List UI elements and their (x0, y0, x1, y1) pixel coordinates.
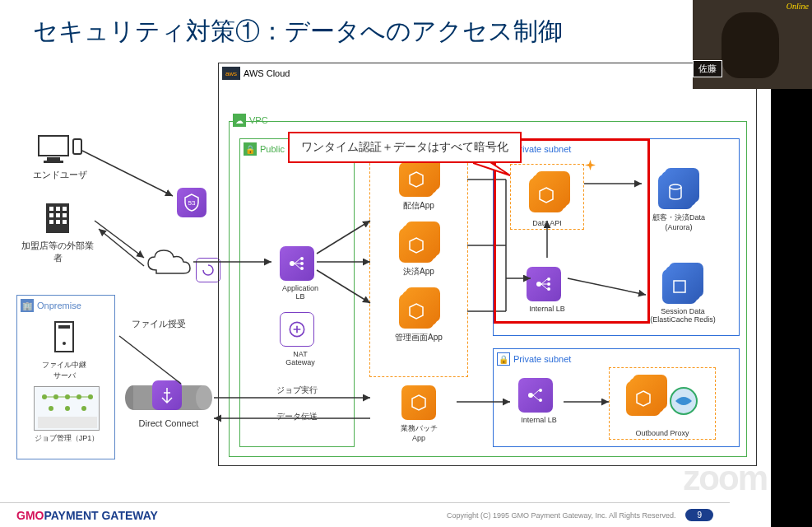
svg-point-41 (670, 184, 681, 189)
public-title: 🔒 Public (244, 142, 285, 156)
internet-cloud-icon (144, 245, 193, 280)
jp1-group: ジョブ管理（JP1） (26, 386, 108, 444)
dc-label: Direct Connect (123, 418, 214, 428)
private-subnet-2: 🔒 Private subnet Internal LB (493, 348, 740, 447)
vpc-icon: ☁ (233, 114, 246, 127)
diagram-canvas: エンドユーザ 加盟店等の外部業者 53 ファイル授受 Direct Connec… (16, 56, 757, 476)
svg-line-80 (119, 336, 181, 384)
svg-line-61 (95, 221, 144, 258)
svg-line-35 (295, 259, 300, 264)
svg-rect-13 (63, 220, 67, 224)
ilb-icon (518, 378, 553, 413)
svg-line-62 (99, 229, 144, 266)
svg-rect-30 (38, 417, 97, 428)
batch-group: 業務バッチApp (394, 385, 443, 442)
igw-icon (196, 258, 220, 282)
proxy-icon (667, 385, 700, 417)
svg-line-60 (82, 151, 173, 196)
svg-point-29 (81, 406, 86, 411)
zoom-watermark: zoom (683, 459, 767, 498)
building-icon (39, 200, 76, 236)
online-badge: Online (786, 2, 809, 11)
svg-rect-11 (49, 220, 53, 224)
callout-box: ワンタイム認証＋データはすべて暗号化 (288, 132, 522, 163)
svg-point-31 (290, 261, 295, 266)
proxy-group: Outbound Proxy (609, 367, 716, 440)
page-number: 9 (685, 509, 713, 521)
svg-rect-3 (73, 139, 81, 154)
enduser-icon (37, 134, 83, 166)
kessai-stack (399, 222, 440, 263)
public-subnet: 🔒 Public Application LB NAT Gateway ジョブ実… (239, 138, 355, 447)
job-exec-label: ジョブ実行 (276, 385, 318, 396)
aws-icon: aws (222, 67, 240, 80)
svg-rect-6 (56, 207, 60, 211)
apps-group: 配信App 決済App 管理画面App (369, 147, 468, 377)
route53-icon: 53 (177, 188, 206, 217)
onpremise-title: 🏢 Onpremise (21, 299, 81, 312)
presenter-name: 佐藤 (693, 60, 722, 77)
dc-icon (152, 380, 182, 410)
svg-text:53: 53 (188, 199, 196, 207)
svg-rect-9 (56, 213, 60, 217)
slide-title: セキュリティ対策①：データへのアクセス制御 (0, 0, 771, 49)
data-trans-label: データ伝送 (276, 411, 318, 422)
svg-point-33 (300, 262, 304, 265)
presenter-silhouette (722, 12, 779, 78)
footer: GMOPAYMENT GATEWAY Copyright (C) 1995 GM… (0, 502, 730, 527)
svg-rect-2 (44, 161, 63, 163)
enduser-label: エンドユーザ (33, 169, 87, 181)
nat-group: NAT Gateway (280, 312, 321, 366)
company-logo: GMOPAYMENT GATEWAY (16, 509, 158, 522)
svg-point-27 (49, 406, 53, 411)
svg-rect-0 (39, 136, 68, 156)
onpremise-region: 🏢 Onpremise ファイル中継 サーバ ジョブ管理（JP1） (16, 295, 115, 459)
jp1-window-icon (34, 386, 100, 431)
slide: セキュリティ対策①：データへのアクセス制御 エンドユーザ 加盟店等の外部業者 5… (0, 0, 771, 527)
svg-rect-10 (63, 213, 67, 217)
server-icon (50, 320, 78, 357)
svg-rect-53 (674, 281, 685, 292)
vpc-title: ☁ VPC (233, 114, 268, 127)
svg-point-28 (65, 406, 70, 411)
nat-icon (280, 312, 314, 347)
file-relay-server: ファイル中継 サーバ (42, 320, 86, 381)
ilb2-group: Internal LB (518, 378, 559, 424)
svg-point-20 (63, 342, 66, 345)
svg-point-54 (528, 393, 533, 398)
aws-title: aws AWS Cloud (222, 67, 290, 80)
svg-line-37 (295, 264, 300, 268)
svg-rect-8 (49, 213, 53, 217)
kanri-stack (399, 287, 440, 329)
merchant-label: 加盟店等の外部業者 (21, 240, 95, 264)
batch-icon (401, 385, 436, 420)
svg-line-57 (533, 390, 539, 395)
svg-rect-5 (49, 207, 53, 211)
copyright: Copyright (C) 1995 GMO Payment Gateway, … (447, 511, 675, 520)
svg-rect-7 (63, 207, 67, 211)
alb-group: Application LB (280, 246, 321, 301)
svg-line-58 (533, 395, 539, 400)
lock-icon: 🔒 (244, 142, 257, 156)
svg-point-56 (539, 399, 542, 402)
svg-point-32 (300, 257, 304, 260)
alb-icon (280, 246, 314, 281)
aws-cloud-region: aws AWS Cloud ☁ VPC 🔒 Public (218, 63, 757, 466)
svg-rect-19 (58, 325, 70, 329)
direct-connect-group: Direct Connect (123, 384, 214, 428)
svg-point-34 (300, 267, 304, 270)
svg-rect-1 (47, 157, 60, 161)
file-receive-label: ファイル授受 (132, 318, 186, 330)
svg-point-17 (196, 385, 212, 410)
lock-icon: 🔒 (497, 352, 510, 366)
svg-point-55 (539, 389, 542, 392)
webcam-overlay: Online 佐藤 (693, 0, 812, 89)
private2-title: 🔒 Private subnet (497, 352, 571, 366)
merchant-group: 加盟店等の外部業者 (21, 200, 95, 264)
enduser-group: エンドユーザ (33, 134, 87, 181)
svg-rect-12 (56, 220, 60, 224)
onprem-icon: 🏢 (21, 299, 34, 312)
